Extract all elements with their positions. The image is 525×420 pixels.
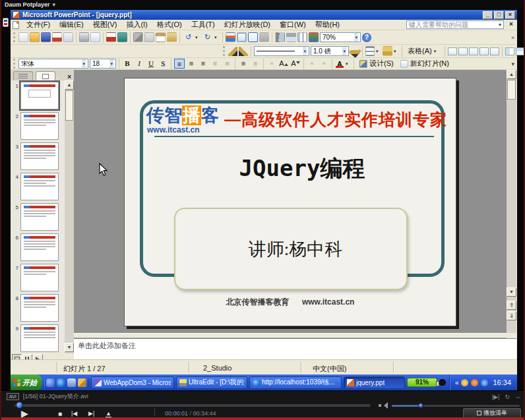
redo-icon[interactable]: ↻ [202,33,213,42]
menu-window[interactable]: 窗口(W) [275,19,311,30]
stop-button[interactable]: ■ [58,410,62,417]
border-color-icon[interactable] [348,45,361,58]
insert-hyperlink-icon[interactable] [259,32,269,42]
close-button[interactable]: × [505,11,515,19]
thumbnail-item[interactable]: 3 [11,142,65,171]
align-center-button[interactable]: ≡ [186,59,197,69]
quicklaunch-folder-icon[interactable] [78,378,86,387]
underline-button[interactable]: U [146,59,156,69]
save-icon[interactable] [41,32,51,42]
thumbnail-item[interactable]: 7 [11,264,65,293]
format-painter-icon[interactable] [167,32,177,42]
document-icon[interactable] [13,21,19,29]
bullet-list-button[interactable]: ≡ [250,59,261,69]
redo-caret-icon[interactable]: ▾ [214,35,220,40]
toolbar-grip[interactable] [13,59,16,69]
new-slide-button[interactable]: 新幻灯片(N) [398,59,452,69]
taskbar-task-jqueryppt[interactable]: jquery.ppt [344,376,405,389]
ab-repeat-icon[interactable]: |▶| [492,394,500,400]
open-icon[interactable] [30,32,40,42]
print-icon[interactable] [79,32,89,42]
scroll-up-icon[interactable]: ▲ [507,70,516,79]
email-icon[interactable] [63,32,73,42]
paste-icon[interactable] [156,32,166,42]
thumbnail-image[interactable] [20,112,59,140]
menu-edit[interactable]: 编辑(E) [55,19,88,30]
player-titlebar[interactable]: Daum Potplayer ▾ [1,0,524,9]
grid-icon[interactable] [297,32,307,42]
copy-icon[interactable] [144,32,154,42]
quicklaunch-ie-icon[interactable] [57,378,65,387]
undo-caret-icon[interactable]: ▾ [195,35,201,40]
menu-format[interactable]: 格式(O) [152,19,187,30]
permission-icon[interactable] [52,32,62,42]
menu-insert[interactable]: 插入(I) [121,19,152,30]
restore-button[interactable]: □ [494,11,504,19]
bold-button[interactable]: B [122,59,133,69]
menu-view[interactable]: 视图(V) [88,19,122,30]
shrink-font-button[interactable]: A [290,59,301,69]
center-vertically-icon[interactable] [479,47,489,55]
thumbnail-image[interactable] [20,264,59,291]
thumbnail-image[interactable] [20,203,59,231]
split-cells-icon[interactable] [458,47,468,55]
show-formatting-icon[interactable] [286,32,296,42]
help-caret-icon[interactable]: ▾ [499,22,501,28]
table-menu-button[interactable]: 表格(A) ▾ [405,46,442,56]
notes-splitter[interactable] [74,333,507,338]
tab-outline[interactable] [13,71,33,80]
color-schemes-icon[interactable] [309,32,319,42]
thumbnail-image[interactable] [20,324,59,352]
numbered-list-button[interactable]: ≡ [238,59,249,69]
taskbar-task-webappdom[interactable]: WebAppDom3 - Microsof... [91,376,174,389]
help-icon[interactable]: ? [362,33,371,42]
scroll-down-icon[interactable]: ▼ [65,343,74,352]
panel-close-icon[interactable]: × [65,73,74,80]
start-button[interactable]: 开始 [11,375,42,390]
cut-icon[interactable] [133,32,143,42]
font-size-combo[interactable]: 18 ▾ [90,59,116,69]
quicklaunch-desktop-icon[interactable] [67,378,76,387]
thumbnail-item[interactable]: 6 [11,233,65,262]
shadow-button[interactable]: S [158,59,168,69]
increase-indent-button[interactable]: » [319,59,329,69]
expand-all-icon[interactable] [275,32,285,42]
thumbnail-item[interactable]: 8 [11,294,65,323]
insert-chart-icon[interactable] [226,32,235,42]
distribute-columns-icon[interactable] [516,47,525,55]
powerpoint-titlebar[interactable]: Microsoft PowerPoint - [jquery.ppt] _ □ … [11,10,517,20]
tray-icon-2[interactable] [471,379,478,386]
eraser-icon[interactable] [239,47,248,56]
thumbnail-image[interactable] [20,233,59,261]
italic-button[interactable]: I [134,59,144,69]
loop-icon[interactable]: ↻ [505,394,510,400]
thumbnail-image[interactable] [20,142,59,170]
thumbnail-item[interactable]: 5 [11,203,65,232]
tray-icon-3[interactable] [481,379,488,386]
line-width-caret-icon[interactable]: ▾ [342,47,346,55]
playlist-button[interactable]: 播放清单 [463,408,521,418]
fill-caret-icon[interactable]: ▾ [394,49,399,54]
tables-borders-icon[interactable] [248,32,258,42]
minimize-button[interactable]: _ [483,11,493,19]
toolbar-options-icon[interactable]: ▾ [509,61,517,67]
fill-color-icon[interactable] [383,46,392,56]
grow-font-button[interactable]: A [278,59,289,69]
font-color-caret-icon[interactable]: ▾ [346,61,351,67]
battery-indicator[interactable]: 91% [407,378,437,387]
insert-table-icon[interactable] [237,32,247,42]
research-icon[interactable] [117,32,127,42]
menu-slideshow[interactable]: 幻灯片放映(D) [220,19,275,30]
tray-chevron-icon[interactable]: « [455,379,459,386]
notes-pane[interactable]: 单击此处添加备注 [74,338,516,359]
menu-file[interactable]: 文件(F) [22,19,55,30]
decrease-indent-button[interactable]: « [307,59,317,69]
line-width-combo[interactable]: 1.0 磅 ▾ [311,46,349,56]
outside-border-icon[interactable] [365,46,375,56]
previous-slide-button[interactable]: ⇑ [507,301,516,310]
scrollbar-thumb[interactable] [65,90,73,121]
volume-knob[interactable] [418,403,423,408]
thumbnail-item[interactable]: 1 [11,82,65,111]
scroll-up-icon[interactable]: ▲ [65,80,74,90]
new-icon[interactable] [18,32,28,42]
